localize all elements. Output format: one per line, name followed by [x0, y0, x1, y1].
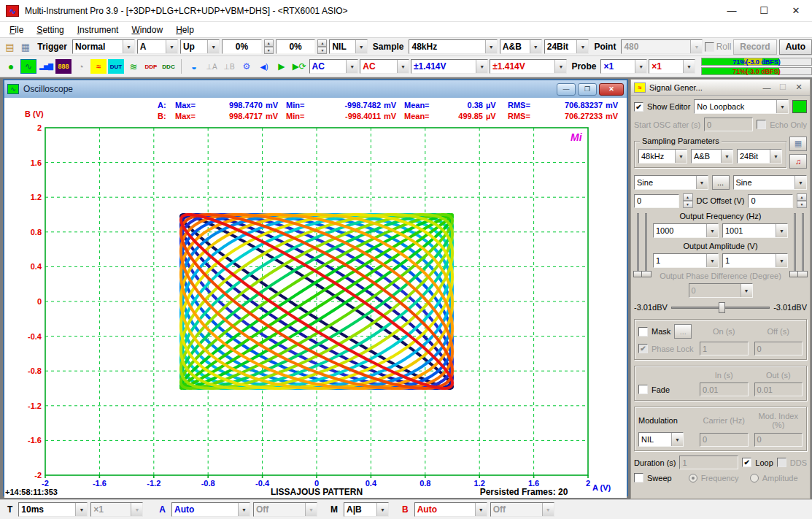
- channel-a-mode-select[interactable]: Auto▼: [171, 502, 250, 517]
- chevron-down-icon[interactable]: ▼: [776, 100, 788, 113]
- slider-handle[interactable]: [797, 271, 808, 277]
- osc-minimize-button[interactable]: —: [557, 83, 576, 96]
- save-file-icon[interactable]: ▦: [19, 40, 33, 53]
- timebase-select[interactable]: 10ms▼: [18, 502, 88, 517]
- range-a-select[interactable]: ±1.414V▼: [411, 59, 488, 74]
- chevron-down-icon[interactable]: ▼: [635, 60, 646, 73]
- chevron-down-icon[interactable]: ▼: [346, 60, 357, 73]
- sweep-checkbox[interactable]: [634, 473, 643, 483]
- math-select[interactable]: A|B▼: [344, 502, 389, 517]
- trigger-source-select[interactable]: A▼: [137, 39, 178, 54]
- sg-channels-select[interactable]: A&B▼: [691, 149, 733, 164]
- minimize-button[interactable]: —: [716, 0, 748, 22]
- chevron-down-icon[interactable]: ▼: [706, 254, 718, 267]
- sg-bits-select[interactable]: 24Bit▼: [737, 149, 782, 164]
- menu-instrument[interactable]: Instrument: [71, 23, 125, 36]
- dc-offset-a-spinner[interactable]: ▲▼: [683, 193, 693, 208]
- sg-save-icon[interactable]: ▦: [789, 137, 807, 151]
- chevron-down-icon[interactable]: ▼: [397, 60, 409, 73]
- trigger-level-input[interactable]: 0%: [222, 39, 262, 54]
- chevron-down-icon[interactable]: ▼: [675, 150, 687, 163]
- amplitude-b-select[interactable]: 1▼: [722, 253, 788, 268]
- oscilloscope-title-bar[interactable]: ∿ Oscilloscope — ❐ ✕: [4, 80, 627, 98]
- device-under-test-icon[interactable]: DUT: [108, 59, 124, 74]
- coupling-b-select[interactable]: AC▼: [360, 59, 409, 74]
- chevron-down-icon[interactable]: ▼: [123, 40, 134, 53]
- channel-b-mode-select[interactable]: Auto▼: [414, 502, 487, 517]
- chevron-down-icon[interactable]: ▼: [238, 503, 250, 516]
- maximize-button[interactable]: ☐: [748, 0, 780, 22]
- fade-checkbox[interactable]: [638, 385, 648, 394]
- chevron-down-icon[interactable]: ▼: [485, 40, 497, 53]
- run-icon[interactable]: ▶: [274, 59, 290, 74]
- amplitude-a-select[interactable]: 1▼: [653, 253, 719, 268]
- amplitude-slider-a-inner[interactable]: [645, 213, 647, 273]
- ddc-builder-icon[interactable]: DDC: [161, 59, 177, 74]
- chevron-down-icon[interactable]: ▼: [770, 150, 781, 163]
- signal-generator-title-bar[interactable]: ≈ Signal Gener... — ☐ ✕: [631, 80, 810, 96]
- loop-checkbox[interactable]: [742, 458, 751, 467]
- sg-close-button[interactable]: ✕: [791, 82, 807, 92]
- chevron-down-icon[interactable]: ▼: [166, 40, 177, 53]
- chevron-down-icon[interactable]: ▼: [530, 40, 541, 53]
- chevron-down-icon[interactable]: ▼: [671, 433, 683, 446]
- sample-channels-select[interactable]: A&B▼: [500, 39, 542, 54]
- range-b-select[interactable]: ±1.414V▼: [490, 59, 567, 74]
- sg-sample-rate-select[interactable]: 48kHz▼: [638, 149, 687, 164]
- waveform-more-button[interactable]: ...: [712, 175, 730, 190]
- close-button[interactable]: ✕: [780, 0, 812, 22]
- chevron-down-icon[interactable]: ▼: [696, 176, 708, 189]
- trigger-level-spinner[interactable]: ▲▼: [264, 39, 274, 54]
- sample-rate-select[interactable]: 48kHz▼: [409, 39, 497, 54]
- frequency-b-select[interactable]: 1001▼: [722, 223, 788, 238]
- frequency-a-select[interactable]: 1000▼: [653, 223, 719, 238]
- chevron-down-icon[interactable]: ▼: [355, 40, 367, 53]
- menu-window[interactable]: Window: [125, 23, 169, 36]
- slider-handle[interactable]: [641, 271, 651, 277]
- amplitude-slider-a-outer[interactable]: [637, 213, 639, 273]
- chevron-down-icon[interactable]: ▼: [376, 503, 388, 516]
- chevron-down-icon[interactable]: ▼: [683, 60, 695, 73]
- dc-offset-b-input[interactable]: 0: [748, 194, 793, 208]
- chevron-down-icon[interactable]: ▼: [721, 150, 732, 163]
- amplitude-slider-b-outer[interactable]: [802, 213, 804, 273]
- chevron-down-icon[interactable]: ▼: [794, 176, 806, 189]
- probe-b-select[interactable]: ×1▼: [649, 59, 695, 74]
- run-loop-icon[interactable]: ▶⟳: [291, 59, 308, 74]
- osc-close-button[interactable]: ✕: [599, 83, 624, 96]
- menu-file[interactable]: File: [3, 23, 30, 36]
- coupling-a-select[interactable]: AC▼: [309, 59, 359, 74]
- loopback-select[interactable]: No Loopback▼: [694, 99, 789, 114]
- trigger-delay-spinner[interactable]: ▲▼: [317, 39, 327, 54]
- menu-help[interactable]: Help: [169, 23, 201, 36]
- menu-setting[interactable]: Setting: [30, 23, 70, 36]
- derived-data-curves-icon[interactable]: ≋: [125, 59, 142, 74]
- mask-checkbox[interactable]: [638, 327, 648, 337]
- show-editor-checkbox[interactable]: [634, 102, 643, 112]
- sample-bits-select[interactable]: 24Bit▼: [544, 39, 589, 54]
- amplitude-slider-b-inner[interactable]: [794, 213, 796, 273]
- sg-minimize-button[interactable]: —: [759, 83, 775, 92]
- chevron-down-icon[interactable]: ▼: [576, 40, 588, 53]
- sound-calibrator-icon[interactable]: ◒: [186, 59, 202, 74]
- chevron-down-icon[interactable]: ▼: [706, 224, 718, 237]
- spectrum-analyzer-icon[interactable]: ▂▅▇: [38, 59, 54, 74]
- trigger-edge-select[interactable]: Up▼: [180, 39, 220, 54]
- generator-on-button[interactable]: [792, 100, 807, 113]
- ddp-viewer-icon[interactable]: DDP: [143, 59, 159, 74]
- probe-calibration-icon[interactable]: ⚙: [239, 59, 255, 74]
- trigger-hpf-select[interactable]: NIL▼: [329, 39, 367, 54]
- record-icon[interactable]: ●: [3, 59, 19, 74]
- osc-restore-button[interactable]: ❐: [578, 83, 597, 96]
- chevron-down-icon[interactable]: ▼: [476, 60, 487, 73]
- sound-output-icon[interactable]: ◀): [256, 59, 272, 74]
- probe-a-select[interactable]: ×1▼: [600, 59, 647, 74]
- dc-offset-a-input[interactable]: 0: [634, 194, 679, 208]
- waveform-a-select[interactable]: Sine▼: [634, 175, 708, 190]
- open-file-icon[interactable]: ▤: [3, 40, 17, 53]
- chevron-down-icon[interactable]: ▼: [776, 224, 787, 237]
- modulation-select[interactable]: NIL▼: [638, 432, 684, 447]
- multimeter-icon[interactable]: 888: [55, 59, 71, 74]
- trigger-mode-select[interactable]: Normal▼: [72, 39, 135, 54]
- chevron-down-icon[interactable]: ▼: [75, 503, 87, 516]
